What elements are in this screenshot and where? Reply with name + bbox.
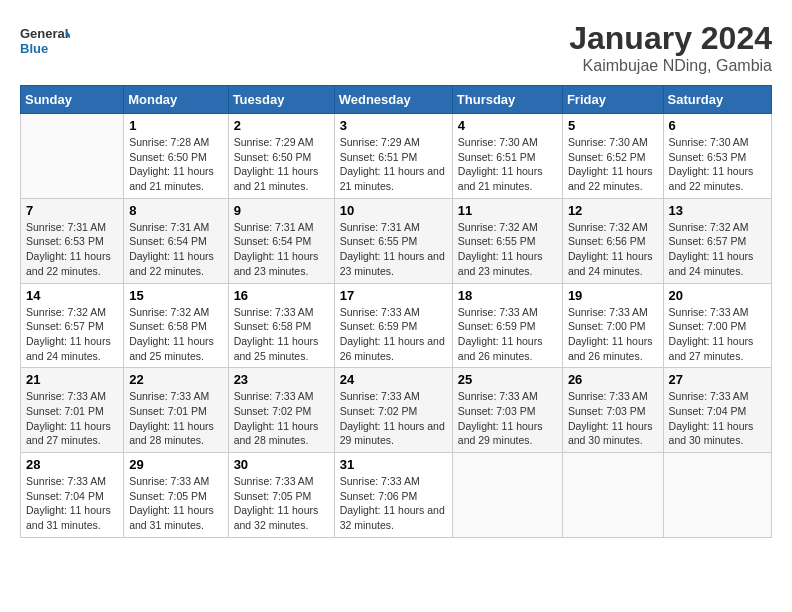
calendar-cell: 7Sunrise: 7:31 AM Sunset: 6:53 PM Daylig… [21,198,124,283]
calendar-cell: 23Sunrise: 7:33 AM Sunset: 7:02 PM Dayli… [228,368,334,453]
calendar-cell: 10Sunrise: 7:31 AM Sunset: 6:55 PM Dayli… [334,198,452,283]
logo: General Blue [20,20,70,60]
day-info: Sunrise: 7:31 AM Sunset: 6:54 PM Dayligh… [234,220,329,279]
calendar-cell: 20Sunrise: 7:33 AM Sunset: 7:00 PM Dayli… [663,283,771,368]
calendar-cell: 18Sunrise: 7:33 AM Sunset: 6:59 PM Dayli… [452,283,562,368]
calendar-cell: 27Sunrise: 7:33 AM Sunset: 7:04 PM Dayli… [663,368,771,453]
calendar-day-header: Wednesday [334,86,452,114]
calendar-cell: 11Sunrise: 7:32 AM Sunset: 6:55 PM Dayli… [452,198,562,283]
day-number: 22 [129,372,222,387]
calendar-cell: 29Sunrise: 7:33 AM Sunset: 7:05 PM Dayli… [124,453,228,538]
day-info: Sunrise: 7:33 AM Sunset: 7:01 PM Dayligh… [129,389,222,448]
day-number: 1 [129,118,222,133]
day-number: 9 [234,203,329,218]
day-info: Sunrise: 7:33 AM Sunset: 7:06 PM Dayligh… [340,474,447,533]
calendar-header-row: SundayMondayTuesdayWednesdayThursdayFrid… [21,86,772,114]
day-info: Sunrise: 7:32 AM Sunset: 6:57 PM Dayligh… [669,220,766,279]
day-info: Sunrise: 7:32 AM Sunset: 6:55 PM Dayligh… [458,220,557,279]
day-number: 15 [129,288,222,303]
calendar-cell: 4Sunrise: 7:30 AM Sunset: 6:51 PM Daylig… [452,114,562,199]
day-info: Sunrise: 7:33 AM Sunset: 7:01 PM Dayligh… [26,389,118,448]
day-number: 24 [340,372,447,387]
calendar-week-row: 1Sunrise: 7:28 AM Sunset: 6:50 PM Daylig… [21,114,772,199]
day-number: 6 [669,118,766,133]
page-subtitle: Kaimbujae NDing, Gambia [569,57,772,75]
day-info: Sunrise: 7:33 AM Sunset: 7:05 PM Dayligh… [129,474,222,533]
day-info: Sunrise: 7:33 AM Sunset: 7:04 PM Dayligh… [669,389,766,448]
day-number: 8 [129,203,222,218]
calendar-day-header: Friday [562,86,663,114]
day-info: Sunrise: 7:33 AM Sunset: 6:59 PM Dayligh… [458,305,557,364]
logo-svg: General Blue [20,20,70,60]
day-number: 28 [26,457,118,472]
calendar-cell [21,114,124,199]
day-info: Sunrise: 7:33 AM Sunset: 7:05 PM Dayligh… [234,474,329,533]
day-number: 13 [669,203,766,218]
day-number: 4 [458,118,557,133]
calendar-cell: 6Sunrise: 7:30 AM Sunset: 6:53 PM Daylig… [663,114,771,199]
calendar-day-header: Saturday [663,86,771,114]
calendar-cell: 24Sunrise: 7:33 AM Sunset: 7:02 PM Dayli… [334,368,452,453]
calendar-week-row: 28Sunrise: 7:33 AM Sunset: 7:04 PM Dayli… [21,453,772,538]
day-number: 16 [234,288,329,303]
calendar-week-row: 21Sunrise: 7:33 AM Sunset: 7:01 PM Dayli… [21,368,772,453]
day-info: Sunrise: 7:33 AM Sunset: 7:00 PM Dayligh… [568,305,658,364]
calendar-cell: 8Sunrise: 7:31 AM Sunset: 6:54 PM Daylig… [124,198,228,283]
day-number: 18 [458,288,557,303]
day-info: Sunrise: 7:33 AM Sunset: 7:02 PM Dayligh… [340,389,447,448]
day-number: 27 [669,372,766,387]
calendar-cell: 16Sunrise: 7:33 AM Sunset: 6:58 PM Dayli… [228,283,334,368]
day-info: Sunrise: 7:30 AM Sunset: 6:53 PM Dayligh… [669,135,766,194]
calendar-cell: 31Sunrise: 7:33 AM Sunset: 7:06 PM Dayli… [334,453,452,538]
svg-text:Blue: Blue [20,41,48,56]
calendar-day-header: Thursday [452,86,562,114]
day-number: 2 [234,118,329,133]
calendar-cell: 1Sunrise: 7:28 AM Sunset: 6:50 PM Daylig… [124,114,228,199]
svg-text:General: General [20,26,68,41]
day-number: 21 [26,372,118,387]
day-number: 19 [568,288,658,303]
day-info: Sunrise: 7:33 AM Sunset: 6:58 PM Dayligh… [234,305,329,364]
calendar-cell: 3Sunrise: 7:29 AM Sunset: 6:51 PM Daylig… [334,114,452,199]
day-info: Sunrise: 7:29 AM Sunset: 6:50 PM Dayligh… [234,135,329,194]
day-info: Sunrise: 7:31 AM Sunset: 6:55 PM Dayligh… [340,220,447,279]
day-number: 26 [568,372,658,387]
calendar-cell: 30Sunrise: 7:33 AM Sunset: 7:05 PM Dayli… [228,453,334,538]
calendar-cell: 2Sunrise: 7:29 AM Sunset: 6:50 PM Daylig… [228,114,334,199]
day-number: 5 [568,118,658,133]
day-number: 14 [26,288,118,303]
day-info: Sunrise: 7:33 AM Sunset: 7:02 PM Dayligh… [234,389,329,448]
day-info: Sunrise: 7:33 AM Sunset: 6:59 PM Dayligh… [340,305,447,364]
calendar-day-header: Monday [124,86,228,114]
calendar-cell: 14Sunrise: 7:32 AM Sunset: 6:57 PM Dayli… [21,283,124,368]
calendar-cell: 12Sunrise: 7:32 AM Sunset: 6:56 PM Dayli… [562,198,663,283]
day-info: Sunrise: 7:32 AM Sunset: 6:56 PM Dayligh… [568,220,658,279]
day-number: 3 [340,118,447,133]
calendar-cell: 25Sunrise: 7:33 AM Sunset: 7:03 PM Dayli… [452,368,562,453]
page-header: General Blue January 2024 Kaimbujae NDin… [20,20,772,75]
day-number: 30 [234,457,329,472]
calendar-cell: 9Sunrise: 7:31 AM Sunset: 6:54 PM Daylig… [228,198,334,283]
calendar-cell: 26Sunrise: 7:33 AM Sunset: 7:03 PM Dayli… [562,368,663,453]
day-number: 31 [340,457,447,472]
day-number: 29 [129,457,222,472]
day-number: 12 [568,203,658,218]
day-number: 10 [340,203,447,218]
day-info: Sunrise: 7:29 AM Sunset: 6:51 PM Dayligh… [340,135,447,194]
day-number: 20 [669,288,766,303]
calendar-cell [562,453,663,538]
calendar-cell: 19Sunrise: 7:33 AM Sunset: 7:00 PM Dayli… [562,283,663,368]
day-info: Sunrise: 7:33 AM Sunset: 7:04 PM Dayligh… [26,474,118,533]
calendar-week-row: 14Sunrise: 7:32 AM Sunset: 6:57 PM Dayli… [21,283,772,368]
title-block: January 2024 Kaimbujae NDing, Gambia [569,20,772,75]
calendar-cell: 21Sunrise: 7:33 AM Sunset: 7:01 PM Dayli… [21,368,124,453]
calendar-cell: 5Sunrise: 7:30 AM Sunset: 6:52 PM Daylig… [562,114,663,199]
day-info: Sunrise: 7:30 AM Sunset: 6:52 PM Dayligh… [568,135,658,194]
day-info: Sunrise: 7:33 AM Sunset: 7:03 PM Dayligh… [458,389,557,448]
calendar-day-header: Sunday [21,86,124,114]
calendar-table: SundayMondayTuesdayWednesdayThursdayFrid… [20,85,772,538]
calendar-cell [452,453,562,538]
day-number: 17 [340,288,447,303]
calendar-cell: 17Sunrise: 7:33 AM Sunset: 6:59 PM Dayli… [334,283,452,368]
day-info: Sunrise: 7:32 AM Sunset: 6:58 PM Dayligh… [129,305,222,364]
